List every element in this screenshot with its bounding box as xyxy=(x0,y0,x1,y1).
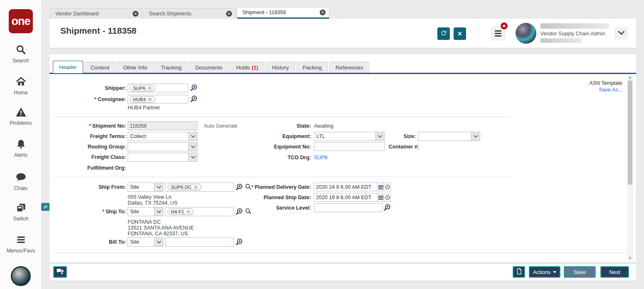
one-logo[interactable]: one xyxy=(9,9,33,33)
switch-swap-icon[interactable]: ⇄ xyxy=(41,203,50,211)
consignee-chip[interactable]: HUB4✕ xyxy=(130,96,155,103)
ship-from-search-icon[interactable] xyxy=(245,183,252,190)
close-icon[interactable]: × xyxy=(226,11,232,17)
window-tab-vendor-dashboard[interactable]: Vendor Dashboard × xyxy=(50,8,142,19)
user-avatar[interactable] xyxy=(516,23,536,44)
chip-remove-icon[interactable]: ✕ xyxy=(148,96,152,102)
tab-documents[interactable]: Documents xyxy=(189,62,229,73)
actions-button[interactable]: Actions xyxy=(529,266,560,278)
chevron-down-icon xyxy=(618,30,624,36)
tab-holds[interactable]: Holds(1) xyxy=(230,62,264,73)
bell-icon xyxy=(15,138,27,151)
sidebar-item-search[interactable]: Search xyxy=(0,44,42,64)
size-label: Size: xyxy=(404,133,416,139)
routing-group-select[interactable] xyxy=(128,142,197,151)
ship-from-lookup-icon[interactable] xyxy=(235,183,243,191)
bill-to-lookup-icon[interactable] xyxy=(235,238,243,246)
service-level-input[interactable] xyxy=(314,203,382,212)
close-icon[interactable]: × xyxy=(133,11,138,17)
ship-to-lookup-icon[interactable] xyxy=(235,208,243,215)
fulfillment-org-label: Fulfillment Org: xyxy=(87,165,126,171)
consignee-input[interactable]: HUB4✕ xyxy=(128,95,188,104)
calendar-icon[interactable] xyxy=(378,193,384,202)
tab-history[interactable]: History xyxy=(266,62,295,73)
sidebar-avatar[interactable] xyxy=(11,266,31,286)
window-tab-search-shipments[interactable]: Search Shipments × xyxy=(143,8,236,19)
ship-to-chip[interactable]: H4-F1✕ xyxy=(168,208,194,215)
close-icon[interactable]: × xyxy=(320,10,326,15)
bill-to-input[interactable] xyxy=(165,237,234,247)
refresh-button[interactable] xyxy=(437,27,450,40)
shipper-input[interactable]: SUP6✕ xyxy=(128,84,188,92)
document-button[interactable] xyxy=(513,266,525,278)
tab-content[interactable]: Content xyxy=(84,62,116,73)
chevron-down-icon xyxy=(188,153,197,161)
sidebar-item-home[interactable]: Home xyxy=(0,76,42,96)
ship-to-search-icon[interactable] xyxy=(245,208,252,215)
planned-ship-date-input[interactable]: 2020 19 8 6.00 AM EDT xyxy=(314,193,378,202)
sidebar: one Search Home Problems Alerts Chats ⇄ xyxy=(0,0,42,289)
asn-save-as-link[interactable]: Save As... xyxy=(599,87,622,93)
sidebar-item-problems[interactable]: Problems xyxy=(0,106,42,126)
bill-to-type-select[interactable]: Site xyxy=(128,237,163,247)
required-asterisk: * xyxy=(102,209,104,215)
consignee-lookup-icon[interactable] xyxy=(190,95,197,103)
clock-icon[interactable] xyxy=(384,193,391,202)
window-tab-shipment[interactable]: Shipment - 118358 × xyxy=(237,7,329,19)
ship-from-chip[interactable]: SUP6 DC✕ xyxy=(168,184,201,190)
ship-to-address-line1: FONTANA DC xyxy=(128,219,161,225)
vertical-scrollbar[interactable]: ▲ ▼ xyxy=(627,75,633,261)
freight-terms-select[interactable]: Collect xyxy=(128,132,197,141)
clock-icon[interactable] xyxy=(384,183,391,191)
tab-packing[interactable]: Packing xyxy=(296,62,328,73)
chat-send-icon xyxy=(56,268,64,276)
shipment-no-label: *Shipment No: xyxy=(89,123,126,129)
ship-to-type-select[interactable]: Site xyxy=(128,207,163,216)
sidebar-item-chats[interactable]: Chats xyxy=(0,172,42,191)
auto-generate-hint: Auto Generate xyxy=(204,123,237,129)
save-button[interactable]: Save xyxy=(564,266,596,278)
user-org-redacted xyxy=(540,38,582,43)
tab-header[interactable]: Header xyxy=(53,61,83,73)
shipper-chip[interactable]: SUP6✕ xyxy=(130,85,155,91)
section-divider xyxy=(54,177,511,177)
chevron-down-icon xyxy=(375,132,384,141)
tab-references[interactable]: References xyxy=(329,62,369,73)
ship-from-input[interactable]: SUP6 DC✕ xyxy=(165,183,234,192)
equipment-no-input[interactable] xyxy=(314,142,385,151)
shipper-lookup-icon[interactable] xyxy=(190,84,197,91)
size-select[interactable] xyxy=(418,132,480,141)
sidebar-item-menus-favs[interactable]: Menus/Favs xyxy=(0,234,42,254)
close-record-button[interactable]: × xyxy=(454,27,466,40)
freight-class-select[interactable] xyxy=(128,153,197,162)
sidebar-item-alerts[interactable]: Alerts xyxy=(0,138,42,158)
chevron-down-icon xyxy=(471,132,480,141)
user-menu-button[interactable] xyxy=(614,27,628,40)
window-tab-bar: Vendor Dashboard × Search Shipments × Sh… xyxy=(50,7,329,19)
scrollbar-thumb[interactable] xyxy=(628,81,632,185)
chip-remove-icon[interactable]: ✕ xyxy=(186,209,190,215)
chip-remove-icon[interactable]: ✕ xyxy=(194,184,198,190)
calendar-icon[interactable] xyxy=(378,183,384,191)
tab-other-info[interactable]: Other Info xyxy=(117,62,153,73)
next-button[interactable]: Next xyxy=(600,266,629,278)
equipment-select[interactable]: LTL xyxy=(314,132,385,141)
state-value: Awaiting xyxy=(314,123,333,129)
header-divider xyxy=(478,23,479,44)
tab-tracking[interactable]: Tracking xyxy=(155,62,188,73)
tco-org-link[interactable]: SUP6 xyxy=(314,155,328,161)
document-icon xyxy=(516,268,522,276)
planned-ship-date-group: 2020 19 8 6.00 AM EDT xyxy=(314,193,391,202)
scroll-up-icon[interactable]: ▲ xyxy=(627,75,633,80)
ship-from-type-select[interactable]: Site xyxy=(128,183,163,192)
chip-remove-icon[interactable]: ✕ xyxy=(148,85,152,91)
chat-button[interactable] xyxy=(53,266,67,278)
equipment-label: Equipment: xyxy=(282,133,311,139)
sidebar-item-switch[interactable]: ⇄ Switch xyxy=(0,202,42,222)
planned-delivery-date-input[interactable]: 2020 24 8 6.00 AM EDT xyxy=(314,183,378,191)
state-label: State: xyxy=(296,123,311,129)
scroll-down-icon[interactable]: ▼ xyxy=(627,256,633,261)
service-level-lookup-icon[interactable] xyxy=(383,204,391,211)
ship-to-input[interactable]: H4-F1✕ xyxy=(165,207,234,216)
shipment-form: Header Content Other Info Tracking Docum… xyxy=(49,54,636,262)
